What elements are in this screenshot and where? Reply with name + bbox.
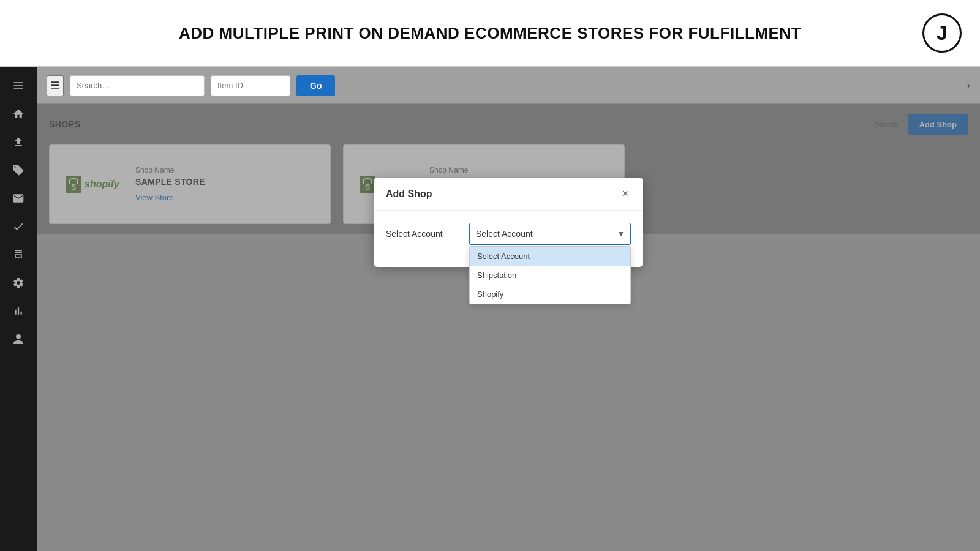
toolbar: ☰ Go › — [37, 67, 980, 104]
sidebar-item-chart[interactable] — [5, 299, 32, 323]
sidebar-item-settings[interactable] — [5, 271, 32, 295]
sidebar — [0, 67, 37, 551]
sidebar-item-user[interactable] — [5, 327, 32, 351]
page-content: SHOPS Shops Add Shop S shopify — [37, 104, 980, 234]
item-id-input[interactable] — [211, 75, 290, 96]
hamburger-button[interactable]: ☰ — [47, 75, 64, 96]
svg-rect-0 — [14, 82, 23, 83]
content-area: ☰ Go › SHOPS Shops Add Shop — [37, 67, 980, 551]
sidebar-item-factory[interactable] — [5, 242, 32, 267]
form-label-account: Select Account — [386, 229, 459, 239]
modal-title: Add Shop — [386, 189, 432, 200]
select-wrapper: Select Account Shipstation Shopify ▼ Sel… — [469, 223, 631, 245]
page-header: ADD MULTIPLE PRINT ON DEMAND ECOMMERCE S… — [0, 0, 980, 67]
account-select[interactable]: Select Account Shipstation Shopify — [469, 223, 631, 245]
modal-header: Add Shop × — [374, 178, 643, 211]
sidebar-item-tag[interactable] — [5, 158, 32, 182]
sidebar-item-upload[interactable] — [5, 130, 32, 154]
go-button[interactable]: Go — [296, 75, 335, 96]
dropdown-item-shopify[interactable]: Shopify — [470, 285, 630, 304]
page-title: ADD MULTIPLE PRINT ON DEMAND ECOMMERCE S… — [179, 24, 801, 43]
dropdown-item-shipstation[interactable]: Shipstation — [470, 266, 630, 285]
form-row-account: Select Account Select Account Shipstatio… — [386, 223, 631, 245]
sidebar-item-home[interactable] — [5, 102, 32, 126]
sidebar-item-menu[interactable] — [5, 73, 32, 98]
account-dropdown-list: Select Account Shipstation Shopify — [469, 246, 631, 304]
brand-logo: J — [922, 13, 962, 53]
dropdown-item-select-account[interactable]: Select Account — [470, 247, 630, 266]
sidebar-item-checklist[interactable] — [5, 214, 32, 239]
add-shop-modal: Add Shop × Select Account Select Account… — [374, 178, 643, 267]
sidebar-item-inbox[interactable] — [5, 186, 32, 211]
main-layout: ☰ Go › SHOPS Shops Add Shop — [0, 67, 980, 551]
svg-rect-2 — [14, 88, 23, 89]
search-input[interactable] — [70, 75, 205, 96]
modal-body: Select Account Select Account Shipstatio… — [374, 211, 643, 267]
toolbar-right-arrow: › — [967, 79, 970, 92]
modal-close-button[interactable]: × — [619, 187, 631, 200]
svg-rect-1 — [14, 85, 23, 86]
modal-overlay: Add Shop × Select Account Select Account… — [37, 104, 980, 234]
